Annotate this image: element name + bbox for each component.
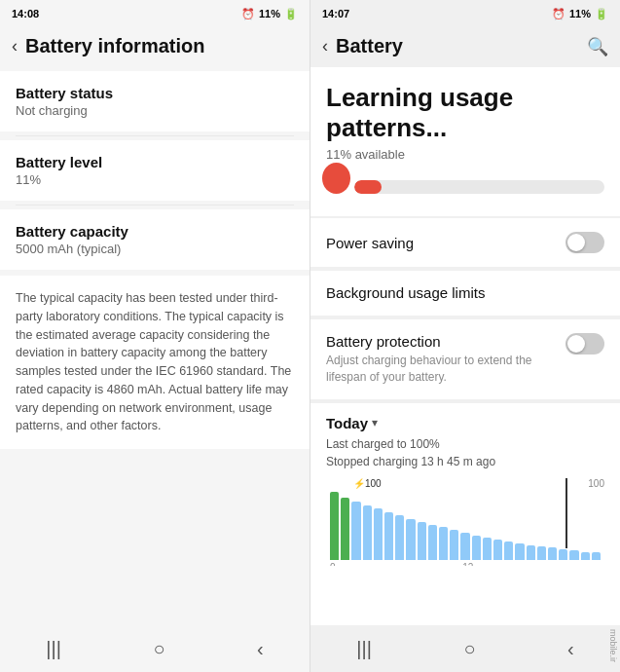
left-recent-button[interactable]: |||	[46, 638, 61, 660]
chart-bar	[504, 541, 513, 560]
today-label: Today	[326, 415, 368, 431]
chart-bar	[483, 538, 492, 560]
chart-bar	[418, 522, 426, 560]
chart-bar	[581, 552, 590, 560]
left-panel: 14:08 ⏰ 11% 🔋 ‹ Battery information Batt…	[0, 0, 310, 672]
chart-bars-container	[326, 492, 604, 560]
right-alarm-icon: ⏰	[552, 8, 565, 20]
battery-protection-title: Battery protection	[326, 333, 556, 350]
chart-bar	[406, 519, 415, 560]
right-header-title: Battery	[336, 35, 403, 57]
chart-bar	[439, 527, 448, 560]
chart-bar	[450, 530, 458, 560]
power-saving-label: Power saving	[326, 235, 414, 251]
charge-info-line2: Stopped charging 13 h 45 m ago	[326, 453, 604, 470]
left-battery-icon: 🔋	[284, 8, 298, 20]
chart-bar	[527, 545, 535, 560]
bg-usage-row[interactable]: Background usage limits	[310, 271, 620, 316]
charge-info-line1: Last charged to 100%	[326, 435, 604, 453]
charge-info: Last charged to 100% Stopped charging 13…	[326, 435, 604, 470]
battery-protection-toggle[interactable]	[565, 333, 604, 355]
today-section: Today ▾ Last charged to 100% Stopped cha…	[310, 403, 620, 625]
battery-capacity-label: Battery capacity	[16, 223, 294, 240]
left-header: ‹ Battery information	[0, 27, 310, 67]
battery-hero-card: Learning usagepatterns... 11% available	[310, 67, 620, 216]
chart-bar	[515, 543, 524, 560]
divider-1	[16, 135, 294, 136]
chart-bar	[460, 533, 469, 560]
right-home-button[interactable]: ○	[463, 638, 475, 660]
left-status-right: ⏰ 11% 🔋	[241, 8, 298, 20]
right-back-button[interactable]: ‹	[322, 36, 328, 56]
battery-protection-card[interactable]: Battery protection Adjust charging behav…	[310, 319, 620, 399]
bg-usage-label: Background usage limits	[326, 284, 485, 301]
left-status-bar: 14:08 ⏰ 11% 🔋	[0, 0, 310, 27]
chart-bar	[363, 505, 372, 560]
battery-level-card: Battery level 11%	[0, 140, 310, 201]
right-status-right: ⏰ 11% 🔋	[552, 8, 608, 20]
right-battery-percent: 11%	[569, 8, 591, 19]
divider-2	[16, 205, 294, 205]
chart-bar	[472, 536, 481, 560]
battery-level-label: Battery level	[16, 154, 294, 170]
left-header-title: Battery information	[25, 35, 204, 57]
battery-capacity-card: Battery capacity 5000 mAh (typical)	[0, 209, 310, 270]
right-battery-icon: 🔋	[595, 8, 608, 20]
right-header-left: ‹ Battery	[322, 35, 403, 57]
today-dropdown-icon[interactable]: ▾	[372, 416, 378, 429]
battery-chart: ⚡100 100 0 12	[326, 478, 604, 566]
battery-protection-text: Battery protection Adjust charging behav…	[326, 333, 565, 386]
left-battery-percent: 11%	[259, 8, 280, 19]
chart-bar	[374, 508, 383, 560]
right-header: ‹ Battery 🔍	[310, 27, 620, 67]
battery-available: 11% available	[326, 147, 604, 162]
battery-status-card: Battery status Not charging	[0, 71, 310, 131]
watermark: mobile.ir	[608, 629, 618, 662]
chart-bar	[592, 552, 601, 560]
battery-level-value: 11%	[16, 172, 294, 187]
battery-note: The typical capacity has been tested und…	[0, 276, 310, 449]
chart-bar	[493, 540, 502, 560]
search-button[interactable]: 🔍	[587, 36, 608, 57]
chart-bar	[341, 498, 349, 560]
right-nav-bar: ||| ○ ‹	[310, 625, 620, 672]
left-back-button[interactable]: ‹	[12, 36, 18, 56]
right-status-bar: 14:07 ⏰ 11% 🔋	[310, 0, 620, 27]
battery-dot-indicator	[322, 163, 350, 194]
battery-bar	[354, 180, 604, 194]
right-recent-button[interactable]: |||	[356, 638, 372, 660]
right-content: Learning usagepatterns... 11% available …	[310, 67, 620, 625]
chart-bar	[330, 492, 339, 560]
left-time: 14:08	[12, 8, 39, 19]
chart-bar	[569, 550, 578, 560]
chart-axis-left: 0	[330, 562, 336, 566]
chart-current-line	[565, 478, 567, 548]
left-home-button[interactable]: ○	[153, 638, 164, 660]
left-alarm-icon: ⏰	[241, 8, 255, 20]
battery-capacity-value: 5000 mAh (typical)	[16, 242, 294, 256]
right-panel: 14:07 ⏰ 11% 🔋 ‹ Battery 🔍 Learning usage…	[310, 0, 620, 672]
chart-bar	[548, 547, 557, 560]
battery-note-text: The typical capacity has been tested und…	[16, 289, 294, 435]
power-saving-row[interactable]: Power saving	[310, 218, 620, 267]
chart-top-label: ⚡100	[353, 478, 382, 489]
today-header: Today ▾	[326, 415, 604, 431]
chart-bar	[428, 525, 437, 560]
battery-protection-desc: Adjust charging behaviour to extend the …	[326, 353, 556, 386]
battery-hero-title: Learning usagepatterns...	[326, 83, 604, 143]
chart-bar	[537, 546, 546, 560]
left-nav-bar: ||| ○ ‹	[0, 625, 310, 672]
right-back-nav-button[interactable]: ‹	[567, 638, 574, 660]
battery-bar-fill	[354, 180, 382, 194]
chart-axis: 0 12	[326, 560, 604, 566]
left-back-nav-button[interactable]: ‹	[257, 638, 264, 660]
chart-right-label: 100	[588, 478, 604, 489]
power-saving-toggle[interactable]	[565, 232, 604, 253]
chart-bar	[384, 512, 393, 560]
battery-status-label: Battery status	[16, 85, 294, 101]
chart-bar	[351, 502, 360, 560]
right-time: 14:07	[322, 8, 349, 19]
battery-status-value: Not charging	[16, 103, 294, 118]
chart-axis-middle: 12	[462, 562, 473, 566]
chart-bar	[395, 515, 404, 560]
